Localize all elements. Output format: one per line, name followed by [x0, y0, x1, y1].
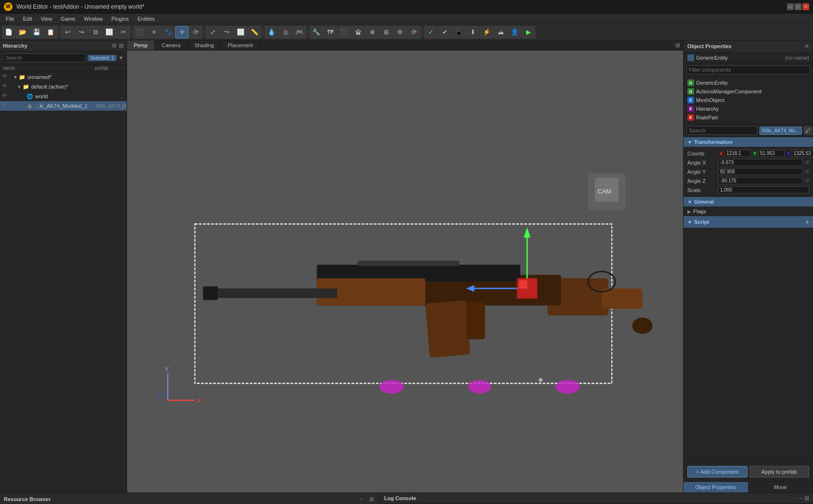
tb-check2[interactable]: ✔	[438, 26, 452, 39]
tb-curve[interactable]: 〜	[220, 26, 233, 39]
lc-expand-icon[interactable]: ⊞	[804, 495, 809, 502]
vis-toggle-default[interactable]: 👁	[2, 83, 10, 90]
coord-x-input[interactable]	[724, 150, 751, 157]
viewport-icon-1[interactable]: ⊞	[675, 42, 680, 49]
tb-road[interactable]: 🛣	[351, 26, 365, 39]
tb-sync[interactable]: ⟳	[407, 26, 421, 39]
tree-item-unnamed[interactable]: 👁 ▼ 📁 unnamed*	[0, 72, 127, 82]
tb-cube[interactable]: ⬛	[133, 26, 147, 39]
menu-plugins[interactable]: Plugins	[107, 15, 132, 23]
tb-gamepad[interactable]: 🎮	[293, 26, 306, 39]
menu-entities[interactable]: Entities	[134, 15, 159, 23]
tb-terrain[interactable]: 🗺	[323, 26, 337, 39]
script-title: Script	[694, 219, 709, 225]
menu-view[interactable]: View	[37, 15, 56, 23]
tb-eyedropper[interactable]: 💧	[265, 26, 278, 39]
tb-dl[interactable]: ⬇	[466, 26, 479, 39]
menu-window[interactable]: Window	[80, 15, 106, 23]
angley-input[interactable]	[718, 168, 803, 175]
tree-item-default[interactable]: 👁 ▼ 📁 default (active)*	[0, 82, 127, 91]
tb-mountain[interactable]: ⛰	[494, 26, 507, 39]
hierarchy-search-bar: Selected: 1 ▼	[0, 52, 127, 65]
scale-input[interactable]	[718, 186, 809, 194]
general-header[interactable]: ▼ General	[684, 197, 813, 207]
tb-joint[interactable]: ⊕	[365, 26, 379, 39]
maximize-button[interactable]: □	[795, 3, 801, 10]
tb-cut[interactable]: ✂	[116, 26, 130, 39]
rb-collapse-icon[interactable]: −	[357, 495, 365, 504]
tb-save-as[interactable]: 📋	[44, 26, 57, 39]
vis-toggle-rifle[interactable]: 👁	[2, 102, 10, 110]
script-header[interactable]: ▼ Script +	[684, 216, 813, 228]
coord-z-input[interactable]	[792, 150, 813, 157]
tb-new[interactable]: 📄	[2, 26, 15, 39]
hierarchy-title: Hierarchy	[3, 43, 27, 49]
tb-empty[interactable]: ⬜	[103, 26, 116, 39]
tb-save[interactable]: 💾	[30, 26, 43, 39]
tree-toggle-default[interactable]: ▼	[16, 84, 22, 90]
tree-item-rifle[interactable]: 👁 ◉ ...le_AK74_Modded_1 Rifle_AK74_Modd	[0, 101, 127, 111]
tb-measure[interactable]: 📏	[248, 26, 261, 39]
tb-layers[interactable]: ≡	[147, 26, 161, 39]
hierarchy-filter-icon[interactable]: ▼	[118, 55, 124, 61]
tb-redo[interactable]: ↪	[75, 26, 88, 39]
tb-move[interactable]: ✛	[175, 26, 189, 39]
viewport-tab-shading[interactable]: Shading	[188, 40, 221, 50]
obj-tab-move[interactable]: Move	[748, 482, 813, 492]
rb-expand-icon[interactable]: ⊞	[367, 495, 376, 504]
tree-toggle-unnamed[interactable]: ▼	[13, 74, 18, 80]
flag-item[interactable]: ▶ Flags	[687, 207, 809, 215]
anglez-input[interactable]	[718, 177, 803, 184]
menu-game[interactable]: Game	[57, 15, 79, 23]
tb-rotate[interactable]: ⟳	[189, 26, 203, 39]
tb-check[interactable]: ✓	[424, 26, 438, 39]
obj-tab-properties[interactable]: Object Properties	[684, 482, 748, 492]
obj-props-close-icon[interactable]: ✕	[804, 43, 809, 50]
tb-snap[interactable]: ⊞	[379, 26, 393, 39]
tb-open[interactable]: 📂	[16, 26, 29, 39]
vis-toggle-unnamed[interactable]: 👁	[2, 73, 10, 81]
minimize-button[interactable]: ─	[787, 3, 794, 10]
anglex-reset[interactable]: ↺	[805, 159, 809, 166]
tb-expand[interactable]: ⤢	[206, 26, 219, 39]
menu-edit[interactable]: Edit	[19, 15, 36, 23]
tb-sep-6	[422, 27, 423, 37]
hierarchy-search-input[interactable]	[3, 53, 86, 62]
viewport-canvas[interactable]: Y X Z	[127, 51, 683, 492]
transformation-arrow: ▼	[687, 140, 692, 145]
viewport-tab-placement[interactable]: Placement	[221, 40, 260, 50]
tb-wrench[interactable]: 🔧	[310, 26, 323, 39]
add-component-button[interactable]: + Add Component	[687, 466, 748, 478]
tb-flash[interactable]: ⚡	[480, 26, 493, 39]
script-add-icon[interactable]: +	[805, 218, 809, 226]
obj-search-input[interactable]	[686, 126, 758, 135]
filter-components-input[interactable]	[686, 65, 810, 74]
entity-dropdown[interactable]: Rifle_AK74_Mo...	[760, 127, 802, 135]
coord-y-input[interactable]	[758, 150, 785, 157]
vis-toggle-world[interactable]: 👁	[2, 92, 10, 100]
tb-select[interactable]: ⬜	[234, 26, 247, 39]
angley-reset[interactable]: ↺	[805, 168, 809, 175]
lc-collapse-icon[interactable]: −	[799, 495, 802, 502]
tb-copy[interactable]: ⧉	[89, 26, 102, 39]
tb-target[interactable]: ◎	[279, 26, 292, 39]
transformation-header[interactable]: ▼ Transformation	[684, 137, 813, 147]
hierarchy-settings-icon[interactable]: ⚙	[112, 42, 117, 49]
tb-undo[interactable]: ↩	[61, 26, 74, 39]
tb-phone[interactable]: 📱	[452, 26, 465, 39]
tree-item-world[interactable]: 👁 🌐 world ...	[0, 91, 127, 101]
tb-settings[interactable]: ⚙	[393, 26, 407, 39]
tb-agent[interactable]: 👤	[508, 26, 521, 39]
viewport-tab-persp[interactable]: Persp	[127, 40, 155, 50]
hierarchy-expand-icon[interactable]: ⊞	[119, 42, 124, 49]
viewport-tab-camera[interactable]: Camera	[155, 40, 188, 50]
anglez-reset[interactable]: ↺	[805, 178, 809, 184]
close-button[interactable]: ✕	[802, 3, 809, 10]
anglex-input[interactable]	[718, 159, 803, 166]
apply-prefab-button[interactable]: Apply to prefab	[749, 466, 810, 478]
tb-filter[interactable]: ⬛	[337, 26, 351, 39]
menu-file[interactable]: File	[2, 15, 18, 23]
obj-btn-1[interactable]: 🖊	[804, 126, 813, 135]
tb-play[interactable]: ▶	[522, 26, 535, 39]
tb-move-obj[interactable]: 🐾	[161, 26, 175, 39]
